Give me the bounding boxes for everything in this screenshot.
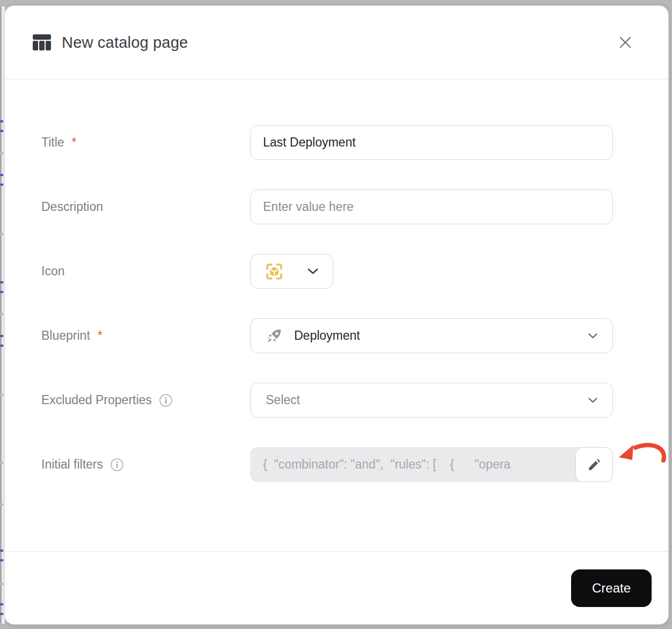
dialog-header: New catalog page <box>5 6 668 79</box>
dialog-footer: Create <box>5 552 668 624</box>
excluded-properties-label: Excluded Properties <box>41 393 250 407</box>
edit-filters-button[interactable] <box>575 447 613 482</box>
close-button[interactable] <box>613 31 637 54</box>
blueprint-row: Blueprint* Deployment <box>41 318 613 353</box>
new-catalog-page-dialog: New catalog page Title* Description <box>4 5 669 625</box>
blueprint-selected-value: Deployment <box>294 328 577 343</box>
description-input[interactable] <box>250 189 613 224</box>
dialog-form: Title* Description Icon <box>5 79 668 551</box>
icon-picker-dropdown[interactable] <box>250 254 333 289</box>
required-marker: * <box>98 328 103 343</box>
required-marker: * <box>72 135 77 150</box>
title-label: Title* <box>41 135 250 150</box>
dialog-title: New catalog page <box>62 34 188 52</box>
info-icon[interactable] <box>110 458 124 472</box>
rocket-icon <box>266 327 283 345</box>
initial-filters-label: Initial filters <box>41 457 250 472</box>
initial-filters-row: Initial filters { "combinator": "and", "… <box>41 447 613 482</box>
blueprint-select[interactable]: Deployment <box>250 318 613 353</box>
pencil-icon <box>587 457 602 472</box>
chevron-down-icon <box>588 333 597 339</box>
chevron-down-icon <box>308 268 318 274</box>
curved-red-arrow-annotation <box>617 440 667 465</box>
initial-filters-input: { "combinator": "and", "rules": [ { "ope… <box>250 447 613 482</box>
table-columns-icon <box>33 34 51 50</box>
close-icon <box>618 35 633 50</box>
excluded-properties-row: Excluded Properties Select <box>41 383 613 418</box>
blueprint-cube-icon <box>265 262 283 281</box>
info-icon[interactable] <box>159 393 173 407</box>
create-button[interactable]: Create <box>571 569 652 607</box>
title-input[interactable] <box>250 125 613 160</box>
chevron-down-icon <box>588 398 597 403</box>
select-placeholder: Select <box>266 393 588 407</box>
icon-row: Icon <box>41 254 613 289</box>
description-row: Description <box>41 189 613 224</box>
excluded-properties-select[interactable]: Select <box>250 383 613 418</box>
description-label: Description <box>41 200 250 214</box>
blueprint-label: Blueprint* <box>41 328 250 343</box>
title-row: Title* <box>41 125 613 160</box>
icon-label: Icon <box>41 264 250 279</box>
